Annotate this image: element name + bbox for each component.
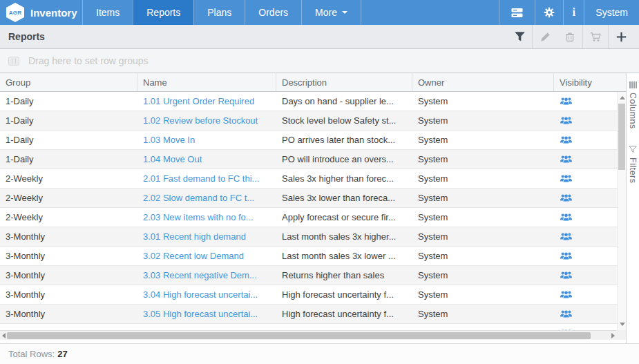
trash-icon	[565, 32, 575, 42]
scroll-right-icon[interactable]	[611, 333, 615, 338]
nav-tab-items[interactable]: Items	[82, 0, 133, 25]
report-link[interactable]: 4.01 Overstocked items	[137, 324, 276, 330]
cell-description: Stock level below Safety st...	[276, 111, 412, 130]
row-group-drop-panel[interactable]: Drag here to set row groups	[0, 49, 639, 73]
cell-description: Apply forecast or secure fir...	[276, 208, 412, 227]
scroll-down-icon[interactable]	[620, 323, 625, 326]
cell-description: Sales 3x higher than forec...	[276, 169, 412, 188]
gear-icon	[544, 7, 555, 18]
cart-button[interactable]	[583, 25, 608, 48]
grid-sidebar: Columns Filters	[626, 73, 639, 343]
horizontal-scrollbar[interactable]	[0, 330, 617, 340]
cell-group: 1-Daily	[0, 92, 137, 111]
cell-visibility	[554, 208, 617, 227]
table-row[interactable]: 2-Weekly 2.03 New items with no fo... Ap…	[0, 208, 617, 227]
report-link[interactable]: 3.04 High forecast uncertai...	[137, 285, 276, 304]
cell-visibility	[554, 111, 617, 130]
users-icon	[560, 193, 573, 202]
row-group-hint: Drag here to set row groups	[28, 55, 149, 66]
cell-owner: System	[412, 169, 554, 188]
column-header-visibility[interactable]: Visibility	[554, 73, 626, 91]
cell-visibility	[554, 131, 617, 149]
table-row[interactable]: 3-Monthly 3.04 High forecast uncertai...…	[0, 285, 617, 305]
report-link[interactable]: 1.01 Urgent Order Required	[137, 92, 276, 111]
report-link[interactable]: 3.05 High forecast uncertai...	[137, 305, 276, 323]
users-icon	[560, 116, 573, 125]
users-icon	[560, 135, 573, 144]
status-bar: Total Rows: 27	[0, 343, 639, 364]
table-row[interactable]: 2-Weekly 2.02 Slow demand to FC t... Sal…	[0, 189, 617, 208]
cell-group: 3-Monthly	[0, 285, 137, 304]
table-row[interactable]: 4-Analysis 4.01 Overstocked items Overst…	[0, 324, 617, 330]
table-row[interactable]: 3-Monthly 3.01 Recent high demand Last m…	[0, 227, 617, 247]
filter-button[interactable]	[507, 25, 532, 48]
column-header-name[interactable]: Name	[137, 73, 276, 91]
report-link[interactable]: 1.04 Move Out	[137, 150, 276, 169]
horizontal-scroll-thumb[interactable]	[7, 332, 591, 339]
delete-button[interactable]	[557, 25, 582, 48]
sidebar-tab-label: Filters	[628, 157, 638, 184]
report-link[interactable]: 2.01 Fast demand to FC thi...	[137, 169, 276, 188]
sidebar-tab-columns[interactable]: Columns	[628, 82, 638, 129]
main-nav-tabs: Items Reports Plans Orders More	[82, 0, 361, 25]
report-link[interactable]: 2.03 New items with no fo...	[137, 208, 276, 227]
page-title: Reports	[8, 31, 45, 42]
info-button[interactable]: i	[563, 0, 584, 25]
report-link[interactable]: 2.02 Slow demand to FC t...	[137, 189, 276, 207]
cell-owner: System	[412, 247, 554, 265]
table-row[interactable]: 3-Monthly 3.02 Recent low Demand Last mo…	[0, 247, 617, 266]
report-link[interactable]: 3.03 Recent negative Dem...	[137, 266, 276, 285]
cell-group: 2-Weekly	[0, 169, 137, 188]
scroll-up-icon[interactable]	[620, 96, 625, 99]
table-row[interactable]: 1-Daily 1.03 Move In PO arrives later th…	[0, 131, 617, 150]
nav-tab-more[interactable]: More	[301, 0, 361, 25]
table-row[interactable]: 1-Daily 1.01 Urgent Order Required Days …	[0, 92, 617, 111]
cart-icon	[590, 32, 602, 42]
report-link[interactable]: 3.01 Recent high demand	[137, 227, 276, 246]
cell-visibility	[554, 305, 617, 323]
nav-tab-plans[interactable]: Plans	[193, 0, 245, 25]
cell-description: High forecast uncertainty f...	[276, 305, 412, 323]
settings-button[interactable]	[535, 0, 563, 25]
user-menu[interactable]: System	[584, 0, 639, 25]
users-icon	[560, 232, 573, 241]
cell-group: 3-Monthly	[0, 247, 137, 265]
cell-group: 1-Daily	[0, 111, 137, 130]
cell-visibility	[554, 247, 617, 265]
nav-tab-orders[interactable]: Orders	[245, 0, 301, 25]
cell-visibility	[554, 169, 617, 188]
table-row[interactable]: 1-Daily 1.04 Move Out PO will introduce …	[0, 150, 617, 169]
table-row[interactable]: 3-Monthly 3.05 High forecast uncertai...…	[0, 305, 617, 324]
report-link[interactable]: 3.02 Recent low Demand	[137, 247, 276, 265]
cell-group: 2-Weekly	[0, 208, 137, 227]
cell-owner: System	[412, 150, 554, 169]
add-button[interactable]	[609, 25, 633, 48]
report-link[interactable]: 1.02 Review before Stockout	[137, 111, 276, 130]
brand-logo[interactable]: AGR Inventory	[0, 0, 82, 25]
sidebar-tab-filters[interactable]: Filters	[628, 146, 638, 184]
cell-group: 1-Daily	[0, 131, 137, 149]
table-row[interactable]: 3-Monthly 3.03 Recent negative Dem... Re…	[0, 266, 617, 285]
scroll-left-icon[interactable]	[2, 333, 6, 338]
column-header-owner[interactable]: Owner	[412, 73, 554, 91]
edit-button[interactable]	[533, 25, 557, 48]
total-rows-label: Total Rows:	[8, 349, 55, 359]
cell-description: Sales 3x lower than foreca...	[276, 189, 412, 207]
cell-owner: System	[412, 208, 554, 227]
vertical-scroll-thumb[interactable]	[618, 104, 625, 170]
column-header-description[interactable]: Description	[276, 73, 412, 91]
report-link[interactable]: 1.03 Move In	[137, 131, 276, 149]
table-row[interactable]: 2-Weekly 2.01 Fast demand to FC thi... S…	[0, 169, 617, 189]
column-header-group[interactable]: Group	[0, 73, 137, 91]
page-toolbar: Reports	[0, 25, 639, 49]
table-row[interactable]: 1-Daily 1.02 Review before Stockout Stoc…	[0, 111, 617, 131]
vertical-scrollbar[interactable]	[617, 92, 626, 330]
server-icon	[511, 8, 523, 18]
grid-header: Group Name Description Owner Visibility	[0, 73, 626, 92]
cell-description: High forecast uncertainty f...	[276, 285, 412, 304]
users-icon	[560, 155, 573, 164]
nav-tab-reports[interactable]: Reports	[133, 0, 193, 25]
connections-button[interactable]	[499, 0, 535, 25]
info-icon: i	[573, 6, 575, 19]
cell-group: 3-Monthly	[0, 227, 137, 246]
